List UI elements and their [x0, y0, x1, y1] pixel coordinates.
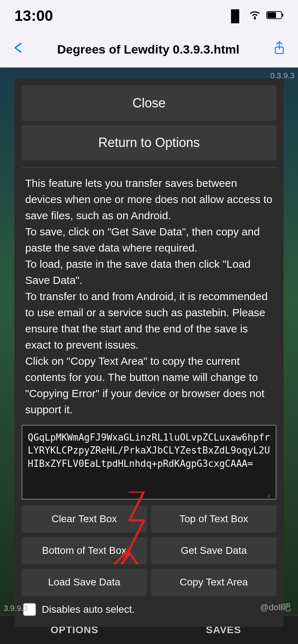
battery-icon	[266, 9, 284, 23]
status-icons: ▐▌	[227, 9, 284, 23]
game-area: 0.3.9.3 Close Return to Options This fea…	[0, 68, 298, 644]
browser-bar: Degrees of Lewdity 0.3.9.3.html	[0, 32, 298, 68]
status-time: 13:00	[14, 7, 53, 24]
clear-text-box-button[interactable]: Clear Text Box	[22, 505, 147, 533]
svg-rect-2	[282, 14, 283, 17]
status-bar: 13:00 ▐▌	[0, 0, 298, 32]
modal-dialog: Close Return to Options This feature let…	[14, 78, 284, 627]
modal-description: This feature lets you transfer saves bet…	[14, 175, 284, 418]
save-data-textarea-wrapper: ⌟	[22, 425, 276, 500]
save-data-textarea[interactable]	[22, 426, 276, 497]
browser-back-button[interactable]	[11, 41, 25, 58]
copy-text-area-button[interactable]: Copy Text Area	[151, 569, 276, 596]
signal-icon: ▐▌	[227, 9, 243, 23]
svg-rect-3	[267, 12, 276, 18]
top-of-text-box-button[interactable]: Top of Text Box	[151, 505, 276, 533]
resize-handle: ⌟	[267, 490, 274, 497]
svg-point-0	[254, 17, 256, 19]
return-to-options-button[interactable]: Return to Options	[22, 125, 276, 160]
load-save-data-button[interactable]: Load Save Data	[22, 569, 147, 596]
modal-divider	[22, 167, 276, 168]
action-button-grid: Clear Text Box Top of Text Box Bottom of…	[14, 500, 284, 596]
wifi-icon	[248, 9, 261, 23]
browser-title: Degrees of Lewdity 0.3.9.3.html	[25, 42, 271, 56]
browser-share-button[interactable]	[271, 40, 287, 59]
watermark: @doll吧	[260, 602, 291, 613]
auto-select-label: Disables auto select.	[42, 604, 135, 615]
close-button[interactable]: Close	[22, 86, 276, 121]
get-save-data-button[interactable]: Get Save Data	[151, 537, 276, 564]
auto-select-row: Disables auto select.	[14, 596, 284, 616]
version-bottom-left: 3.9.9.3	[4, 604, 28, 613]
bottom-of-text-box-button[interactable]: Bottom of Text Box	[22, 537, 147, 564]
